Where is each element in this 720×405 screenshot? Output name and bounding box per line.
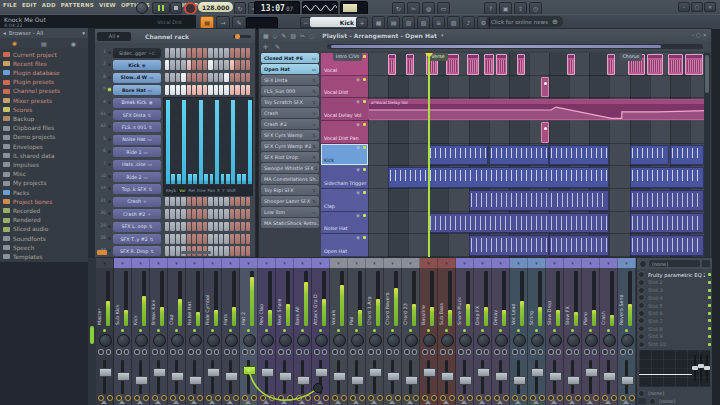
pan-knob[interactable]	[387, 334, 400, 347]
browser-item[interactable]: Envelopes	[3, 142, 43, 151]
clip-audio[interactable]	[517, 54, 525, 75]
stereo-sep-knobs[interactable]	[620, 348, 633, 356]
slot-knob[interactable]	[638, 325, 645, 332]
clip-pat1[interactable]	[388, 167, 609, 188]
step-button[interactable]	[170, 48, 174, 58]
volume-fader[interactable]	[99, 368, 112, 377]
strip-led[interactable]	[229, 329, 232, 332]
pan-knob[interactable]	[315, 334, 328, 347]
volume-fader[interactable]	[297, 376, 310, 385]
channel-button-top-k-sfx[interactable]: Top..k SFX⇅	[113, 184, 161, 194]
mixer-strip-chord-1-arp[interactable]: Chord 1 Arp	[366, 268, 384, 405]
browser-item[interactable]: Impulses	[3, 160, 39, 169]
channel-button-sfx-l-oop[interactable]: SFX L..oop⇅	[113, 222, 161, 232]
volume-fader[interactable]	[225, 372, 238, 381]
clip-pat1[interactable]	[670, 145, 704, 166]
step-button[interactable]	[224, 85, 228, 95]
browser-tab-files-icon[interactable]: ▤	[41, 40, 47, 47]
step-button[interactable]	[197, 73, 201, 83]
channel-led[interactable]	[108, 187, 111, 190]
stereo-sep-knobs[interactable]	[332, 348, 345, 356]
volume-fader[interactable]	[621, 376, 634, 385]
mute-lamp[interactable]	[323, 395, 329, 401]
mute-lamp[interactable]	[395, 395, 401, 401]
volume-fader[interactable]	[477, 368, 490, 377]
volume-fader[interactable]	[567, 376, 580, 385]
picker-item[interactable]: Toy Ripi SFX⇅	[261, 185, 319, 195]
strip-led[interactable]	[193, 329, 196, 332]
slot-enable-led[interactable]	[708, 289, 711, 292]
marker-chorus[interactable]: Chorus	[620, 53, 643, 61]
clip-audio[interactable]	[406, 54, 414, 75]
step-button[interactable]	[230, 209, 234, 219]
brush-icon[interactable]: ▨	[290, 32, 296, 39]
step-button[interactable]	[214, 48, 218, 58]
volume-fader[interactable]	[351, 376, 364, 385]
picker-item[interactable]: Toy Scratch SFX⇅	[261, 97, 319, 107]
step-button[interactable]	[214, 234, 218, 244]
step-button[interactable]	[170, 234, 174, 244]
clip-pat2[interactable]	[630, 235, 704, 256]
slot-enable-led[interactable]	[708, 304, 711, 307]
pan-knob[interactable]	[117, 334, 130, 347]
mixer-strip-crash[interactable]: Crash	[600, 268, 618, 405]
step-button[interactable]	[235, 234, 239, 244]
clip-sauto[interactable]	[541, 77, 549, 98]
step-button[interactable]	[230, 73, 234, 83]
slot-knob[interactable]	[638, 294, 645, 301]
mute-lamp[interactable]	[251, 395, 257, 401]
mute-lamp[interactable]	[485, 395, 491, 401]
playhead[interactable]	[428, 53, 430, 257]
stereo-sep-knobs[interactable]	[242, 348, 255, 356]
step-button[interactable]	[181, 209, 185, 219]
browser-item[interactable]: Speech	[3, 243, 34, 252]
slot-knob[interactable]	[638, 287, 645, 294]
step-button[interactable]	[219, 73, 223, 83]
stereo-sep-knobs[interactable]	[224, 348, 237, 356]
mute-lamp[interactable]	[305, 395, 311, 401]
step-button[interactable]	[187, 73, 191, 83]
clip-audio[interactable]	[496, 54, 507, 75]
strip-led[interactable]	[373, 329, 376, 332]
picker-item[interactable]: SFX Cyrs Wamp #2⇅	[261, 141, 319, 151]
stereo-sep-knobs[interactable]	[350, 348, 363, 356]
slot-enable-led[interactable]	[708, 312, 711, 315]
browser-item[interactable]: Packs	[3, 188, 29, 197]
pan-knob[interactable]	[189, 334, 202, 347]
mixer-strip-sub-bass[interactable]: Sub Bass	[438, 268, 456, 405]
step-button[interactable]	[165, 197, 169, 207]
eye-icon[interactable]: ◉	[356, 167, 360, 172]
step-button[interactable]	[203, 73, 207, 83]
step-button[interactable]	[214, 85, 218, 95]
menu-item-file[interactable]: FILE	[3, 2, 17, 8]
step-button[interactable]	[187, 209, 191, 219]
mute-lamp[interactable]	[431, 395, 437, 401]
channel-button-crash-2[interactable]: Crash #2+	[113, 209, 161, 219]
mute-lamp[interactable]	[575, 395, 581, 401]
graph-bar[interactable]	[231, 100, 235, 184]
pan-knob[interactable]	[603, 334, 616, 347]
mute-lamp[interactable]	[503, 395, 509, 401]
mixer-strip-string[interactable]: String	[528, 268, 546, 405]
clip-pat1[interactable]	[489, 145, 549, 166]
rack-menu-icon[interactable]	[702, 260, 710, 267]
volume-fader[interactable]	[135, 376, 148, 385]
stereo-sep-knobs[interactable]	[188, 348, 201, 356]
graph-tab-pan[interactable]: Pan	[207, 188, 215, 193]
channel-button-kick[interactable]: Kick◉	[113, 60, 161, 70]
volume-fader[interactable]	[207, 368, 220, 377]
chevron-down-icon[interactable]: ▾	[82, 30, 85, 36]
news-banner[interactable]: Click for online news ⊕	[486, 16, 563, 27]
master-volume-knob[interactable]	[136, 2, 148, 14]
mixer-strip-bassline[interactable]: Bassline	[420, 268, 438, 405]
picker-item[interactable]: MA StaticShock Retro..⇅	[261, 218, 319, 228]
volume-fader[interactable]	[369, 368, 382, 377]
mute-lamp[interactable]	[269, 395, 275, 401]
step-button[interactable]	[208, 197, 212, 207]
strip-led[interactable]	[139, 329, 142, 332]
send-knob[interactable]	[649, 398, 656, 405]
step-button[interactable]	[235, 222, 239, 232]
pan-knob[interactable]	[567, 334, 580, 347]
clip-pat2[interactable]	[630, 190, 704, 211]
step-button[interactable]	[241, 197, 245, 207]
